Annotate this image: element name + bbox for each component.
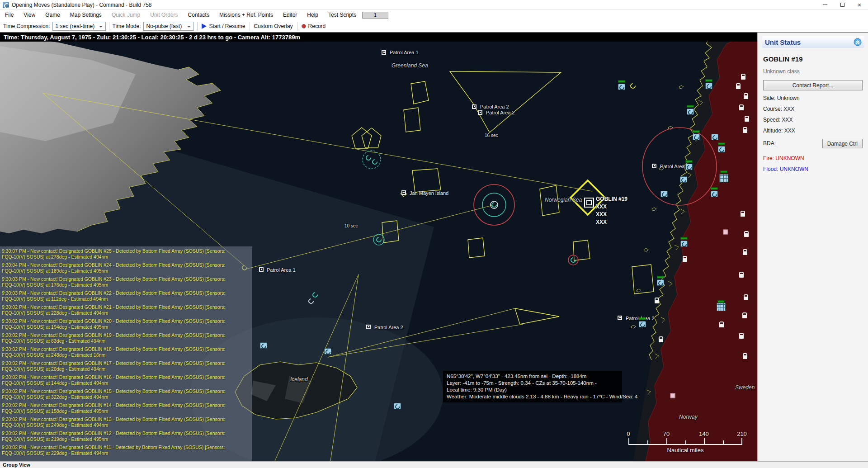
airfield-icon[interactable]	[719, 174, 728, 182]
unit-status-bar[interactable]	[720, 171, 727, 173]
unit-status-bar[interactable]	[711, 188, 718, 190]
log-entry: 9:30:03 PM - New contact! Designated GOB…	[2, 290, 252, 302]
menu-view[interactable]: View	[19, 10, 40, 19]
sensor-site-icon[interactable]	[687, 109, 694, 115]
reference-point-icon[interactable]	[259, 267, 264, 272]
facility-icon[interactable]	[670, 393, 675, 398]
menu-map-settings[interactable]: Map Settings	[65, 10, 107, 19]
maximize-button[interactable]	[834, 0, 851, 9]
menu-contacts[interactable]: Contacts	[183, 10, 214, 19]
menu-file[interactable]: File	[0, 10, 19, 19]
sensor-site-icon[interactable]	[618, 84, 625, 90]
log-entry-line2: FQQ-10(V) SOSUS] at 229deg - Estimated 4…	[2, 450, 252, 456]
lock-icon[interactable]	[741, 76, 745, 80]
airfield-icon[interactable]	[717, 303, 726, 311]
info-line-4: Weather: Moderate middle clouds 2.13 - 4…	[447, 393, 618, 400]
menu-unit-orders[interactable]: Unit Orders	[145, 10, 183, 19]
custom-overlay-button[interactable]: Custom Overlay	[253, 23, 294, 29]
lock-icon[interactable]	[739, 274, 744, 278]
label-iceland: Iceland	[290, 376, 308, 383]
unit-speed: Speed: XXX	[763, 117, 863, 123]
close-button[interactable]: ×	[851, 0, 868, 9]
time-compression-select[interactable]: 1 sec (real-time)	[52, 22, 106, 31]
collapse-panel-icon[interactable]	[854, 38, 862, 46]
map-canvas[interactable]: Time: Thursday, August 7, 1975 - Zulu: 2…	[0, 33, 757, 461]
contact-report-button[interactable]: Contact Report...	[763, 80, 863, 90]
lock-icon[interactable]	[683, 258, 687, 262]
lock-icon[interactable]	[744, 95, 748, 99]
scale-tick-70: 70	[663, 430, 670, 437]
unit-status-bar[interactable]	[639, 318, 646, 320]
menu-missions-ref-points[interactable]: Missions + Ref. Points	[214, 10, 278, 19]
menu-quick-jump[interactable]: Quick Jump	[107, 10, 145, 19]
sensor-site-icon[interactable]	[718, 146, 725, 152]
sensor-site-icon[interactable]	[680, 241, 688, 247]
damage-ctrl-button[interactable]: Damage Ctrl	[822, 139, 863, 148]
lock-icon[interactable]	[744, 233, 749, 237]
log-entry: 9:30:03 PM - New contact! Designated GOB…	[2, 276, 252, 288]
time-mode-select[interactable]: No-pulse (fast)	[143, 22, 194, 31]
sensor-site-icon[interactable]	[260, 342, 267, 349]
unit-status-header: Unit Status	[762, 36, 864, 48]
label-16-sec: 16 sec	[485, 133, 498, 138]
unit-status-bar[interactable]	[618, 80, 625, 83]
record-toggle[interactable]: Record	[301, 23, 327, 29]
lock-icon[interactable]	[719, 324, 724, 327]
unit-status-bar[interactable]	[717, 301, 725, 303]
reference-point-icon[interactable]	[382, 50, 386, 55]
facility-icon[interactable]	[723, 230, 728, 235]
label-patrol-area-2-north-b: Patrol Area 2	[486, 110, 515, 115]
sensor-site-icon[interactable]	[693, 134, 700, 140]
lock-icon[interactable]	[655, 300, 659, 303]
reference-point-icon[interactable]	[652, 164, 656, 168]
lock-icon[interactable]	[739, 107, 744, 110]
minimize-button[interactable]	[816, 0, 834, 9]
unit-status-bar[interactable]	[685, 161, 693, 163]
lock-icon[interactable]	[659, 339, 663, 342]
lock-icon[interactable]	[736, 85, 741, 89]
lock-icon[interactable]	[744, 297, 748, 300]
reference-point-icon[interactable]	[472, 104, 476, 109]
unit-status-bar[interactable]	[718, 143, 725, 145]
lock-icon[interactable]	[743, 129, 747, 133]
sensor-site-icon[interactable]	[657, 279, 664, 286]
selected-unit-icon[interactable]	[584, 198, 594, 208]
lock-icon[interactable]	[739, 335, 744, 339]
lock-icon[interactable]	[741, 213, 745, 217]
reference-point-icon[interactable]	[366, 325, 371, 329]
unit-status-bar[interactable]	[657, 276, 664, 279]
sensor-site-icon[interactable]	[660, 191, 668, 197]
lock-icon[interactable]	[743, 355, 747, 359]
menu-test-scripts[interactable]: Test Scripts	[323, 10, 361, 19]
unit-status-bar[interactable]	[687, 105, 694, 108]
unit-status-bar[interactable]	[693, 131, 700, 133]
menu-help[interactable]: Help	[302, 10, 323, 19]
sensor-site-icon[interactable]	[711, 134, 718, 140]
lock-icon[interactable]	[743, 251, 747, 255]
sensor-site-icon[interactable]	[705, 83, 712, 89]
unit-flood-status: Flood: UNKNOWN	[763, 166, 863, 172]
unit-class-link[interactable]: Unknown class	[763, 68, 800, 75]
time-mode-value: No-pulse (fast)	[146, 23, 182, 29]
reference-point-icon[interactable]	[618, 316, 622, 320]
sensor-site-icon[interactable]	[711, 191, 718, 197]
sensor-site-icon[interactable]	[639, 321, 646, 327]
sensor-site-icon[interactable]	[324, 348, 331, 355]
menu-game[interactable]: Game	[40, 10, 65, 19]
lock-icon[interactable]	[742, 315, 747, 318]
start-resume-button[interactable]: Start / Resume	[201, 23, 246, 29]
sensor-site-icon[interactable]	[685, 164, 693, 170]
unit-altitude: Altitude: XXX	[763, 128, 863, 134]
sensor-site-icon[interactable]	[394, 403, 401, 409]
log-entry-line2: FQQ-10(V) SOSUS] at 189deg - Estimated 4…	[2, 268, 252, 274]
test-scripts-value-box[interactable]: 1	[362, 12, 388, 19]
sensor-site-icon[interactable]	[680, 176, 687, 183]
lock-icon[interactable]	[745, 118, 749, 122]
message-log[interactable]: 9:30:07 PM - New contact! Designated GOB…	[0, 246, 252, 461]
menu-editor[interactable]: Editor	[278, 10, 302, 19]
label-patrol-area-2-north: Patrol Area 2	[480, 104, 509, 109]
reference-point-icon[interactable]	[478, 110, 482, 115]
reference-point-icon[interactable]	[401, 190, 406, 195]
unit-status-bar[interactable]	[705, 80, 712, 82]
unit-status-bar[interactable]	[680, 237, 688, 240]
